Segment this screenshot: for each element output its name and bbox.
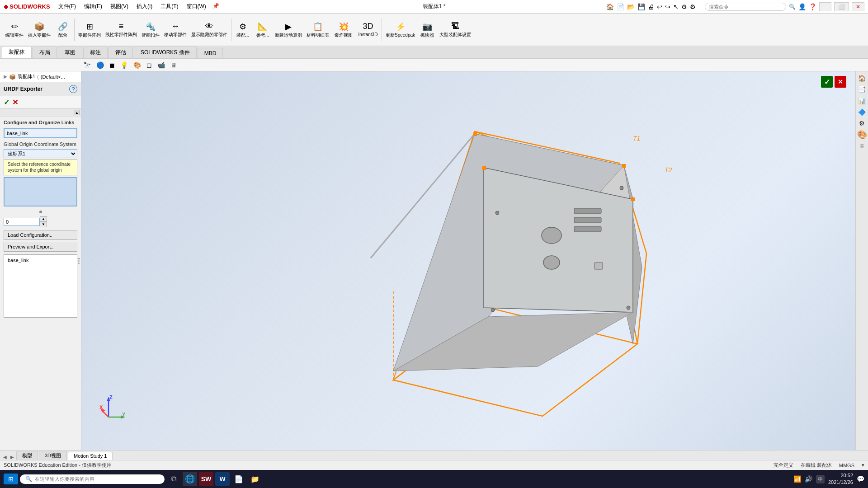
tab-mbd[interactable]: MBD [198,48,223,58]
taskbar-app-solidworks[interactable]: SW [199,472,213,486]
tray-lang[interactable]: 中 [816,475,825,483]
toolbar-item-fastener[interactable]: 🔩 智能扣件 [140,20,161,39]
tab-assembly[interactable]: 装配体 [2,46,32,58]
tab-solidworks-plugins[interactable]: SOLIDWORKS 插件 [134,47,197,58]
minimize-button[interactable]: ─ [819,2,831,11]
search-button[interactable]: 🔍 [789,4,796,10]
right-tool-layers[interactable]: 📑 [857,84,867,94]
preview-export-button[interactable]: Preview and Export.. [4,242,77,252]
tray-icon-network[interactable]: 📶 [793,475,801,483]
toolbar-item-insert-part[interactable]: 📦 插入零部件 [26,20,52,39]
view-display-icon[interactable]: 🖥 [169,61,179,70]
toolbar-item-edit-part[interactable]: ✏ 编辑零件 [4,20,25,39]
viewport[interactable]: T2 T1 Z Y X [81,71,855,450]
view-sel-icon[interactable]: 🔵 [94,61,106,70]
coord-system-select[interactable]: 坐标系1 [4,149,77,158]
toolbar-item-move[interactable]: ↔ 移动零部件 [162,20,189,39]
panel-resize-handle[interactable] [76,247,81,274]
view-cameras-icon[interactable]: 📹 [156,61,167,70]
breadcrumb: ▶ 📦 装配体1 ( (Default<... [0,71,81,82]
link-input[interactable] [4,128,77,138]
menu-file[interactable]: 文件(F) [55,2,80,11]
taskbar-clock[interactable]: 20:52 2021/12/26 [828,472,853,486]
options-icon[interactable]: ⚙ [690,3,696,10]
view-orient-icon[interactable]: 🔭 [81,61,93,70]
toolbar-item-snapshot[interactable]: 📷 抓快照 [418,20,437,39]
taskbar-app-chrome[interactable]: 🌐 [183,472,197,486]
view-section-icon[interactable]: ◻ [145,61,154,70]
scroll-up-icon[interactable]: ▲ [74,110,80,115]
confirm-button[interactable]: ✓ [4,98,9,107]
select-icon[interactable]: ↖ [673,3,679,10]
tab-sketch[interactable]: 草图 [58,47,82,58]
tab-evaluate[interactable]: 评估 [108,47,133,58]
spinner-down[interactable]: ▼ [40,222,47,227]
open-icon[interactable]: 📂 [627,3,635,10]
view-lights-icon[interactable]: 💡 [118,61,130,70]
search-input[interactable] [705,3,786,11]
toolbar-item-mate[interactable]: 🔗 配合 [53,20,72,39]
undo-icon[interactable]: ↩ [657,3,662,10]
view-shading-icon[interactable]: ◼ [108,61,117,70]
close-button[interactable]: ✕ [852,2,864,11]
menu-tools[interactable]: 工具(T) [157,2,182,11]
taskbar-app-word[interactable]: W [215,472,230,486]
menu-view[interactable]: 视图(V) [107,2,132,11]
print-icon[interactable]: 🖨 [648,3,654,10]
menu-insert[interactable]: 插入(I) [133,2,156,11]
bottom-tab-motion[interactable]: Motion Study 1 [68,452,113,460]
toolbar-item-pattern[interactable]: ⊞ 零部件阵列 [76,20,103,39]
nav-next[interactable]: ▶ [9,454,15,460]
home-icon[interactable]: 🏠 [606,3,614,10]
toolbar-item-explode[interactable]: 💥 爆炸视图 [332,20,355,39]
tab-layout[interactable]: 布局 [33,47,57,58]
tab-annotation[interactable]: 标注 [83,47,108,58]
menu-pin[interactable]: 📌 [211,2,221,11]
start-button[interactable]: ⊞ [4,474,18,484]
toolbar-item-linear[interactable]: ≡ 线性零部件阵列 [104,20,139,39]
bottom-tab-model[interactable]: 模型 [16,451,38,460]
new-icon[interactable]: 📄 [617,3,624,10]
spinner-input[interactable] [4,218,40,226]
taskbar-app-folder[interactable]: 📁 [248,472,262,486]
toolbar-item-speedpak[interactable]: ⚡ 更新Speedpak [384,20,417,39]
view-appearance-icon[interactable]: 🎨 [132,61,143,70]
cancel-button[interactable]: ✕ [12,98,18,107]
menu-window[interactable]: 窗口(W) [183,2,210,11]
right-tool-settings[interactable]: ⚙ [857,118,867,128]
tree-root-item[interactable]: base_link [6,257,75,264]
nav-prev[interactable]: ◀ [2,454,8,460]
account-icon[interactable]: 👤 [798,3,806,10]
toolbar-item-bom[interactable]: 📋 材料明细表 [305,20,331,39]
restore-button[interactable]: ⬜ [834,2,849,11]
save-icon[interactable]: 💾 [637,3,645,10]
tray-notification[interactable]: 💬 [857,475,864,483]
bottom-tab-3dview[interactable]: 3D视图 [39,451,67,460]
viewport-cancel-button[interactable]: ✕ [835,76,846,88]
panel-help-icon[interactable]: ? [69,85,77,93]
status-units-dropdown[interactable]: ▾ [862,462,864,468]
toolbar-item-large-assembly[interactable]: 🏗 大型装配体设置 [438,20,473,39]
toolbar-item-reference[interactable]: 📐 参考... [253,20,272,39]
right-tool-properties[interactable]: ≡ [857,141,867,151]
toolbar-item-instant3d[interactable]: 3D Instant3D [356,20,380,39]
right-tool-appearance[interactable]: 🎨 [857,130,867,140]
right-tool-display[interactable]: 📊 [857,96,867,106]
taskbar-task-view[interactable]: ⧉ [166,472,181,486]
taskbar-search[interactable]: 🔍 在这里输入你要搜索的内容 [20,474,165,484]
toolbar-item-motion[interactable]: ▶ 新建运动算例 [273,20,304,39]
taskbar-app-pdf[interactable]: 📄 [231,472,246,486]
load-config-button[interactable]: Load Configuration.. [4,230,77,240]
viewport-confirm-button[interactable]: ✓ [821,76,833,88]
redo-icon[interactable]: ↪ [665,3,670,10]
toolbar-item-assembly[interactable]: ⚙ 装配... [233,20,252,39]
right-tool-views[interactable]: 🔷 [857,107,867,117]
menu-edit[interactable]: 编辑(E) [80,2,106,11]
toolbar-item-showhide[interactable]: 👁 显示隐藏的零部件 [189,20,229,39]
spinner-up[interactable]: ▲ [40,216,47,222]
rebuild-icon[interactable]: ⚙ [681,3,687,10]
tray-icon-sound[interactable]: 🔊 [805,475,812,483]
help-icon[interactable]: ❓ [809,3,816,10]
right-tool-home[interactable]: 🏠 [857,73,867,83]
blue-selection-area[interactable] [4,177,77,206]
